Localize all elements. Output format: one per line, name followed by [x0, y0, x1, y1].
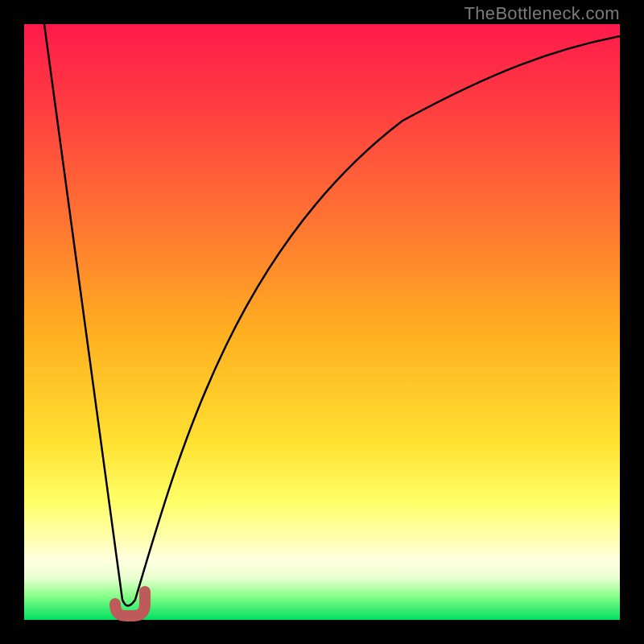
- attribution-label: TheBottleneck.com: [464, 3, 620, 24]
- curve-path: [44, 24, 620, 606]
- bottleneck-curve: [24, 24, 620, 620]
- chart-plot-area: [24, 24, 620, 620]
- minimum-marker-icon: [115, 592, 145, 616]
- chart-frame: TheBottleneck.com: [0, 0, 644, 644]
